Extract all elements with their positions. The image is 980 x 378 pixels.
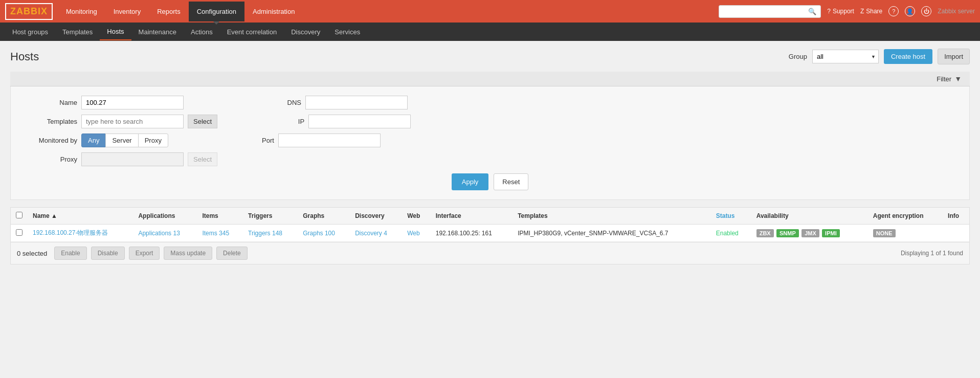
- help-icon[interactable]: ?: [888, 6, 899, 16]
- bottom-bar: 0 selected Enable Disable Export Mass up…: [11, 242, 969, 264]
- graphs-link[interactable]: Graphs 100: [303, 230, 335, 237]
- group-label: Group: [789, 53, 807, 60]
- nav-host-groups[interactable]: Host groups: [5, 24, 55, 40]
- discovery-link[interactable]: Discovery 4: [355, 230, 387, 237]
- delete-button[interactable]: Delete: [216, 247, 248, 260]
- support-link[interactable]: ? Support: [827, 8, 854, 15]
- create-host-button[interactable]: Create host: [884, 49, 932, 64]
- nav-inventory[interactable]: Inventory: [105, 2, 149, 21]
- applications-link[interactable]: Applications 13: [138, 230, 180, 237]
- export-button[interactable]: Export: [129, 247, 160, 260]
- search-box[interactable]: 🔍: [719, 5, 821, 18]
- name-input[interactable]: [81, 96, 184, 109]
- col-web: Web: [402, 208, 431, 225]
- hosts-table-wrapper: Name ▲ Applications Items Triggers Graph…: [10, 207, 970, 264]
- support-icon: ?: [827, 8, 831, 15]
- col-applications: Applications: [133, 208, 197, 225]
- templates-label: Templates: [31, 118, 77, 125]
- server-label: Zabbix server: [938, 8, 975, 15]
- proxy-input[interactable]: [81, 152, 184, 166]
- monitored-proxy-button[interactable]: Proxy: [138, 134, 168, 147]
- col-status: Status: [711, 208, 751, 225]
- filter-actions: Apply Reset: [31, 173, 949, 190]
- select-all-header: [11, 208, 28, 225]
- nav-templates[interactable]: Templates: [55, 24, 100, 40]
- disable-button[interactable]: Disable: [91, 247, 125, 260]
- templates-select-button[interactable]: Select: [188, 115, 217, 128]
- web-link[interactable]: Web: [407, 230, 419, 237]
- page-content: Hosts Group allDiscovered hostsHyperviso…: [0, 41, 980, 272]
- top-nav-right: 🔍 ? Support Z Share ? 👤 ⏻ Zabbix server: [719, 5, 975, 18]
- monitored-by-label: Monitored by: [31, 137, 77, 144]
- templates-field: Templates Select: [31, 115, 217, 128]
- nav-monitoring[interactable]: Monitoring: [58, 2, 105, 21]
- second-navigation: Host groups Templates Hosts Maintenance …: [0, 23, 980, 41]
- col-graphs: Graphs: [298, 208, 350, 225]
- items-link[interactable]: Items 345: [202, 230, 229, 237]
- selected-count: 0 selected: [17, 250, 47, 257]
- filter-row-3: Monitored by Any Server Proxy Port: [31, 134, 949, 147]
- triggers-link[interactable]: Triggers 148: [248, 230, 282, 237]
- group-select[interactable]: allDiscovered hostsHypervisorsLinux serv…: [812, 50, 879, 63]
- dns-field: DNS: [255, 96, 408, 109]
- ipmi-badge: IPMI: [822, 229, 840, 237]
- user-icon[interactable]: 👤: [905, 6, 915, 16]
- import-button[interactable]: Import: [938, 49, 970, 64]
- group-select-wrapper: allDiscovered hostsHypervisorsLinux serv…: [812, 50, 879, 63]
- monitored-server-button[interactable]: Server: [105, 134, 138, 147]
- row-templates-cell: IPMI_HP380G9, vCenter_SNMP-VMWARE_VCSA_6…: [513, 225, 711, 242]
- dns-input[interactable]: [305, 96, 408, 109]
- monitored-any-button[interactable]: Any: [81, 134, 106, 147]
- row-agent-enc-cell: NONE: [868, 225, 943, 242]
- reset-button[interactable]: Reset: [494, 173, 528, 190]
- page-title: Hosts: [10, 50, 789, 63]
- ip-input[interactable]: [308, 115, 411, 128]
- select-all-checkbox[interactable]: [16, 212, 23, 218]
- row-interface-cell: 192.168.100.25: 161: [431, 225, 513, 242]
- mass-update-button[interactable]: Mass update: [164, 247, 212, 260]
- jmx-badge: JMX: [801, 229, 819, 237]
- nav-administration[interactable]: Administration: [244, 2, 303, 21]
- filter-row-2: Templates Select IP: [31, 115, 949, 128]
- col-name[interactable]: Name ▲: [28, 208, 133, 225]
- col-discovery: Discovery: [350, 208, 402, 225]
- power-icon[interactable]: ⏻: [921, 6, 931, 16]
- main-nav: Monitoring Inventory Reports Configurati…: [58, 2, 303, 21]
- nav-configuration[interactable]: Configuration: [189, 2, 244, 21]
- hosts-table: Name ▲ Applications Items Triggers Graph…: [11, 208, 969, 242]
- host-name-link[interactable]: 192.168.100.27-物理服务器: [33, 229, 108, 236]
- ip-label: IP: [258, 118, 304, 125]
- share-link[interactable]: Z Share: [860, 8, 882, 15]
- search-input[interactable]: [723, 8, 808, 15]
- nav-maintenance[interactable]: Maintenance: [131, 24, 184, 40]
- row-checkbox[interactable]: [16, 229, 23, 236]
- col-items: Items: [197, 208, 243, 225]
- nav-hosts[interactable]: Hosts: [100, 24, 131, 40]
- row-items-cell: Items 345: [197, 225, 243, 242]
- templates-input[interactable]: [81, 115, 184, 128]
- filter-icon[interactable]: ▼: [954, 75, 962, 83]
- top-navigation: ZABBIX Monitoring Inventory Reports Conf…: [0, 0, 980, 23]
- proxy-label: Proxy: [31, 155, 77, 163]
- apply-button[interactable]: Apply: [452, 173, 489, 190]
- nav-event-correlation[interactable]: Event correlation: [220, 24, 284, 40]
- col-availability: Availability: [751, 208, 868, 225]
- filter-form: Name DNS Templates Select IP Monitored: [10, 86, 970, 200]
- filter-label: Filter: [937, 75, 951, 83]
- share-icon: Z: [860, 8, 864, 15]
- table-container: Name ▲ Applications Items Triggers Graph…: [10, 207, 970, 264]
- nav-discovery[interactable]: Discovery: [284, 24, 327, 40]
- row-triggers-cell: Triggers 148: [243, 225, 298, 242]
- row-checkbox-cell: [11, 225, 28, 242]
- row-web-cell: Web: [402, 225, 431, 242]
- table-row: 192.168.100.27-物理服务器 Applications 13 Ite…: [11, 225, 969, 242]
- filter-row-4: Proxy Select: [31, 152, 949, 166]
- enable-button[interactable]: Enable: [54, 247, 86, 260]
- search-icon: 🔍: [808, 8, 816, 15]
- nav-reports[interactable]: Reports: [149, 2, 189, 21]
- filter-bar: Filter ▼: [10, 72, 970, 86]
- nav-actions[interactable]: Actions: [184, 24, 220, 40]
- row-discovery-cell: Discovery 4: [350, 225, 402, 242]
- port-input[interactable]: [278, 134, 381, 147]
- nav-services[interactable]: Services: [327, 24, 367, 40]
